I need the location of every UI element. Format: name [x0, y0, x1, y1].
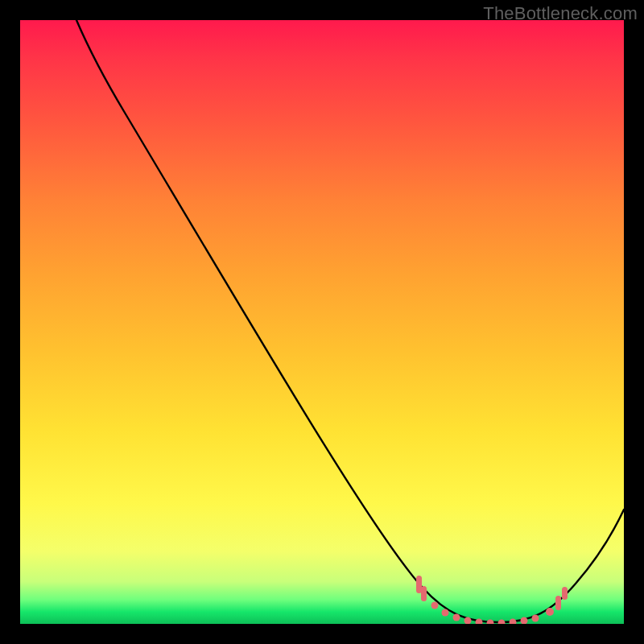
svg-point-6 — [476, 619, 483, 625]
svg-rect-13 — [555, 596, 561, 610]
chart-area — [20, 20, 624, 624]
svg-point-7 — [487, 620, 494, 625]
svg-point-2 — [431, 602, 439, 609]
svg-point-12 — [546, 608, 554, 616]
svg-rect-0 — [416, 576, 422, 593]
svg-rect-14 — [562, 587, 568, 600]
bottleneck-curve — [76, 20, 624, 622]
svg-point-4 — [453, 614, 460, 621]
svg-point-3 — [442, 609, 449, 617]
chart-svg — [20, 20, 624, 624]
svg-point-8 — [498, 620, 506, 625]
watermark-text: TheBottleneck.com — [483, 3, 638, 24]
svg-point-9 — [510, 619, 517, 625]
svg-point-11 — [532, 615, 539, 622]
svg-rect-1 — [421, 586, 427, 601]
highlight-dots — [416, 576, 568, 624]
